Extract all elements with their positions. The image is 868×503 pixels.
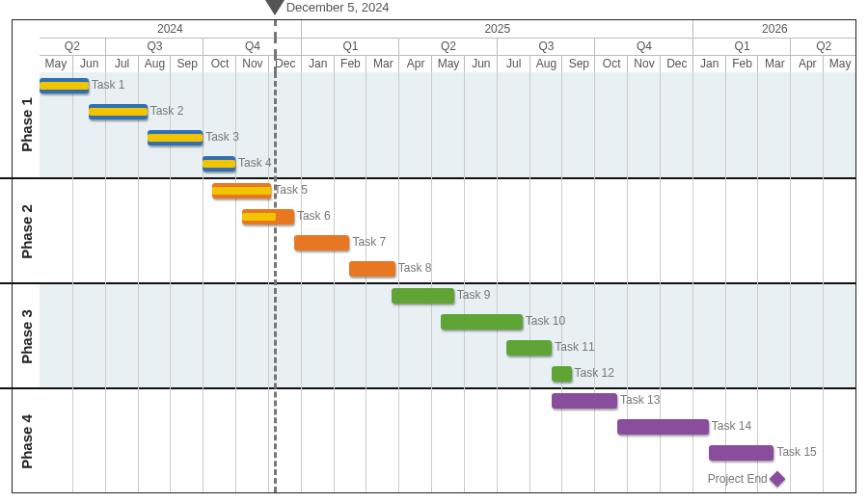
quarter-4: Q2	[398, 38, 498, 55]
today-marker-icon	[265, 0, 285, 15]
month-9: Feb	[334, 55, 367, 72]
quarter-0: Q2	[40, 38, 105, 55]
header-quarters: Q2Q3Q4Q1Q2Q3Q4Q1Q2	[40, 38, 855, 56]
gridline	[105, 72, 106, 492]
month-15: Aug	[529, 55, 563, 72]
phase-separator	[40, 282, 855, 284]
gridline	[823, 72, 824, 492]
quarter-1: Q3	[105, 38, 204, 55]
header-months: MayJunJulAugSepOctNovDecJanFebMarAprMayJ…	[40, 55, 855, 73]
phase-separator	[40, 177, 855, 179]
task-bar	[441, 314, 523, 330]
month-0: May	[40, 55, 72, 72]
milestone-label: Project End	[708, 472, 768, 486]
month-19: Dec	[660, 55, 693, 72]
plot-area: 202420252026 Q2Q3Q4Q1Q2Q3Q4Q1Q2 MayJunJu…	[12, 19, 856, 493]
task-bar	[40, 78, 89, 93]
task-bar	[349, 261, 394, 277]
header-years: 202420252026	[40, 20, 855, 39]
month-17: Oct	[594, 55, 628, 72]
year-2025: 2025	[301, 20, 693, 38]
month-12: May	[431, 55, 465, 72]
month-8: Jan	[301, 55, 335, 72]
task-label: Task 5	[274, 183, 308, 197]
month-21: Feb	[725, 55, 759, 72]
gridline	[561, 72, 562, 492]
gridline	[268, 72, 269, 492]
task-bar	[709, 445, 774, 461]
quarter-5: Q3	[497, 38, 596, 55]
task-bar	[552, 393, 617, 409]
gridline	[398, 72, 399, 492]
task-bar	[392, 288, 453, 304]
phase-band	[40, 72, 855, 177]
task-label: Task 4	[238, 156, 272, 170]
task-label: Task 2	[150, 104, 184, 118]
month-13: Jun	[464, 55, 498, 72]
phase-label: Phase 1	[13, 72, 40, 177]
gridline	[497, 72, 498, 492]
task-label: Task 14	[712, 419, 751, 433]
task-label: Task 10	[526, 314, 565, 328]
phase-label-text: Phase 3	[18, 309, 35, 364]
task-bar	[506, 340, 552, 356]
quarter-8: Q2	[790, 38, 856, 55]
gridline	[464, 72, 465, 492]
quarter-2: Q4	[203, 38, 302, 55]
gridline	[334, 72, 335, 492]
year-2024: 2024	[40, 20, 301, 38]
month-18: Nov	[627, 55, 661, 72]
gridline	[529, 72, 530, 492]
task-progress	[242, 213, 276, 221]
month-11: Apr	[398, 55, 432, 72]
month-10: Mar	[366, 55, 399, 72]
task-progress	[212, 187, 271, 195]
task-label: Task 7	[352, 235, 386, 249]
task-label: Task 12	[575, 366, 614, 380]
gridline	[757, 72, 758, 492]
task-label: Task 9	[457, 288, 491, 302]
year-2026: 2026	[692, 20, 856, 38]
phase-label-text: Phase 1	[18, 97, 35, 152]
task-bar	[552, 366, 571, 382]
month-2: Jul	[105, 55, 139, 72]
month-3: Aug	[138, 55, 172, 72]
task-label: Task 8	[398, 261, 432, 275]
task-bar	[242, 209, 294, 225]
phase-label: Phase 3	[13, 282, 40, 389]
month-24: May	[823, 55, 856, 72]
gridline	[366, 72, 366, 492]
task-label: Task 11	[555, 340, 594, 354]
task-label: Task 1	[92, 78, 125, 92]
month-14: Jul	[497, 55, 530, 72]
month-22: Mar	[757, 55, 791, 72]
month-23: Apr	[790, 55, 824, 72]
gridline	[790, 72, 791, 492]
gridline	[72, 72, 73, 492]
task-progress	[40, 82, 89, 90]
gridline	[138, 72, 139, 492]
month-6: Nov	[235, 55, 269, 72]
month-20: Jan	[692, 55, 726, 72]
phase-label-text: Phase 4	[18, 414, 35, 469]
phase-column: Phase 1Phase 2Phase 3Phase 4	[13, 72, 40, 492]
grid-area: Task 1Task 2Task 3Task 4Task 5Task 6Task…	[40, 72, 855, 492]
quarter-3: Q1	[301, 38, 400, 55]
gantt-chart: December 5, 2024 202420252026 Q2Q3Q4Q1Q2…	[0, 0, 868, 503]
task-progress	[89, 108, 148, 116]
quarter-7: Q1	[692, 38, 792, 55]
phase-label: Phase 4	[13, 387, 40, 494]
gridline	[594, 72, 595, 492]
phase-band	[40, 177, 855, 282]
task-bar	[89, 104, 148, 119]
task-label: Task 13	[620, 393, 660, 407]
phase-separator	[40, 387, 855, 389]
task-bar	[294, 235, 350, 251]
today-line	[274, 72, 277, 492]
phase-label-text: Phase 2	[18, 204, 35, 259]
task-label: Task 3	[205, 130, 239, 144]
task-bar	[148, 130, 203, 146]
task-progress	[148, 134, 203, 142]
task-bar	[617, 419, 709, 435]
gridline	[301, 72, 302, 492]
